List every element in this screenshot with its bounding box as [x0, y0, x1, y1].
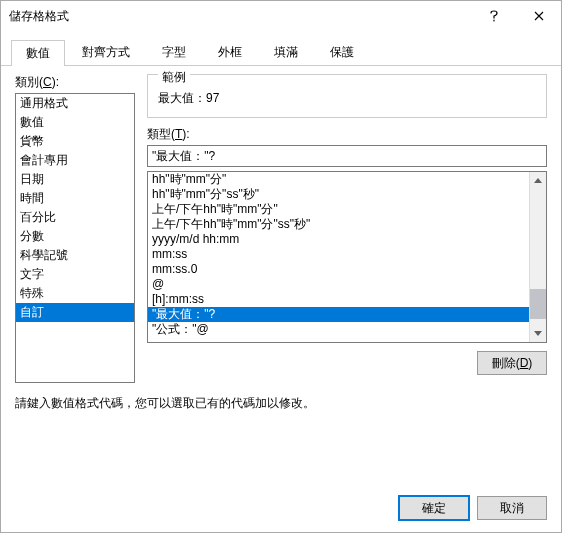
titlebar-buttons — [471, 1, 561, 31]
hint-text: 請鍵入數值格式代碼，您可以選取已有的代碼加以修改。 — [15, 395, 547, 412]
tab-5[interactable]: 保護 — [315, 39, 369, 65]
category-label: 類別(C): — [15, 74, 135, 91]
category-item[interactable]: 時間 — [16, 189, 134, 208]
scrollbar-thumb[interactable] — [530, 289, 546, 319]
type-item[interactable]: "最大值："? — [148, 307, 529, 322]
category-item[interactable]: 百分比 — [16, 208, 134, 227]
category-item[interactable]: 日期 — [16, 170, 134, 189]
help-button[interactable] — [471, 1, 516, 31]
type-item[interactable]: @ — [148, 277, 529, 292]
category-label-suffix: ): — [52, 75, 59, 89]
type-item[interactable]: hh"時"mm"分"ss"秒" — [148, 187, 529, 202]
type-item[interactable]: "公式："@ — [148, 322, 529, 337]
category-listbox[interactable]: 通用格式數值貨幣會計專用日期時間百分比分數科學記號文字特殊自訂 — [15, 93, 135, 383]
type-item[interactable]: 上午/下午hh"時"mm"分" — [148, 202, 529, 217]
type-item[interactable]: yyyy/m/d hh:mm — [148, 232, 529, 247]
category-item[interactable]: 通用格式 — [16, 94, 134, 113]
chevron-up-icon — [534, 178, 542, 183]
sample-legend: 範例 — [158, 69, 190, 86]
tab-3[interactable]: 外框 — [203, 39, 257, 65]
category-label-key: C — [43, 75, 52, 89]
type-listbox[interactable]: hh"時"mm"分"hh"時"mm"分"ss"秒"上午/下午hh"時"mm"分"… — [148, 172, 529, 342]
type-input[interactable] — [147, 145, 547, 167]
category-item[interactable]: 自訂 — [16, 303, 134, 322]
scrollbar[interactable] — [529, 172, 546, 342]
tab-bar: 數值對齊方式字型外框填滿保護 — [1, 31, 561, 66]
tab-4[interactable]: 填滿 — [259, 39, 313, 65]
tab-0[interactable]: 數值 — [11, 40, 65, 66]
sample-value: 最大值：97 — [158, 90, 536, 107]
category-item[interactable]: 會計專用 — [16, 151, 134, 170]
close-button[interactable] — [516, 1, 561, 31]
type-item[interactable]: [h]:mm:ss — [148, 292, 529, 307]
category-item[interactable]: 貨幣 — [16, 132, 134, 151]
type-label-suffix: ): — [182, 127, 189, 141]
ok-button[interactable]: 確定 — [399, 496, 469, 520]
type-item[interactable]: 上午/下午hh"時"mm"分"ss"秒" — [148, 217, 529, 232]
type-listbox-container: hh"時"mm"分"hh"時"mm"分"ss"秒"上午/下午hh"時"mm"分"… — [147, 171, 547, 343]
tab-2[interactable]: 字型 — [147, 39, 201, 65]
category-item[interactable]: 科學記號 — [16, 246, 134, 265]
category-label-prefix: 類別( — [15, 75, 43, 89]
format-cells-dialog: 儲存格格式 數值對齊方式字型外框填滿保護 類別(C): 通用格式數值貨幣會計專用… — [0, 0, 562, 533]
delete-label-prefix: 刪除( — [492, 355, 520, 372]
category-item[interactable]: 數值 — [16, 113, 134, 132]
delete-label-suffix: ) — [528, 356, 532, 370]
category-item[interactable]: 分數 — [16, 227, 134, 246]
chevron-down-icon — [534, 331, 542, 336]
tab-1[interactable]: 對齊方式 — [67, 39, 145, 65]
delete-label-key: D — [520, 356, 529, 370]
scrollbar-track[interactable] — [530, 189, 546, 325]
cancel-button[interactable]: 取消 — [477, 496, 547, 520]
delete-button[interactable]: 刪除(D) — [477, 351, 547, 375]
titlebar: 儲存格格式 — [1, 1, 561, 31]
scroll-up-button[interactable] — [530, 172, 546, 189]
sample-group: 範例 最大值：97 — [147, 74, 547, 118]
close-icon — [534, 11, 544, 21]
category-item[interactable]: 特殊 — [16, 284, 134, 303]
dialog-body: 類別(C): 通用格式數值貨幣會計專用日期時間百分比分數科學記號文字特殊自訂 範… — [1, 66, 561, 484]
type-item[interactable]: mm:ss — [148, 247, 529, 262]
dialog-footer: 確定 取消 — [1, 484, 561, 532]
help-icon — [489, 10, 499, 22]
category-item[interactable]: 文字 — [16, 265, 134, 284]
scroll-down-button[interactable] — [530, 325, 546, 342]
type-label-prefix: 類型( — [147, 127, 175, 141]
type-item[interactable]: hh"時"mm"分" — [148, 172, 529, 187]
window-title: 儲存格格式 — [9, 8, 471, 25]
type-label: 類型(T): — [147, 126, 547, 143]
type-item[interactable]: mm:ss.0 — [148, 262, 529, 277]
